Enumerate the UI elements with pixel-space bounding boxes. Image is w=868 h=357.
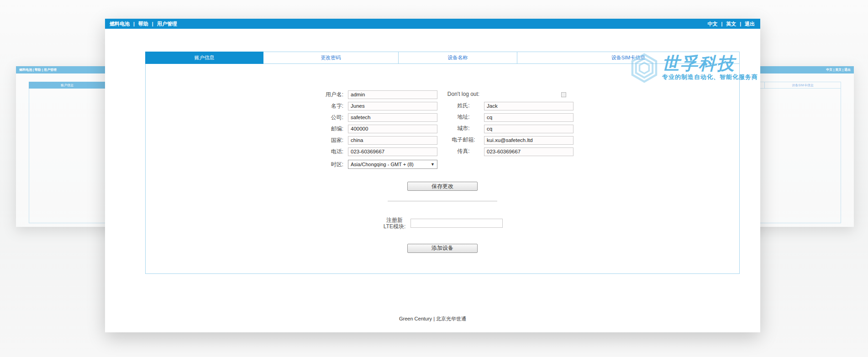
company-label: 公司: [311, 114, 348, 121]
fax-label: 传真: [443, 148, 484, 155]
tab-device-sim-info[interactable]: 设备SIM卡信息 [517, 52, 740, 64]
timezone-label: 时区: [311, 161, 348, 168]
city-input[interactable] [484, 125, 573, 133]
dont-log-out-label: Don't log out: [443, 91, 484, 98]
main-window: 燃料电池 | 帮助 | 用户管理 中文 | 英文 | 退出 [105, 19, 760, 332]
last-name-input[interactable] [484, 102, 573, 110]
account-info-panel: 用户名: Don't log out: 名字: 姓氏: [145, 64, 740, 274]
first-name-label: 名字: [311, 102, 348, 110]
nav-separator: | [133, 21, 135, 26]
tab-device-name[interactable]: 设备名称 [399, 52, 517, 64]
section-divider [388, 201, 497, 201]
register-lte-label: 注册新LTE模块: [382, 217, 407, 230]
country-label: 国家: [311, 136, 348, 144]
form-row-zip: 邮编: 城市: [311, 124, 573, 133]
form-row-phone: 电话: 传真: [311, 147, 573, 156]
timezone-select[interactable]: Asia/Chongqing - GMT + (8) ▼ [348, 160, 437, 169]
nav-fuel-cell-link[interactable]: 燃料电池 [110, 21, 130, 27]
nav-separator: | [740, 21, 741, 26]
add-device-button[interactable]: 添加设备 [407, 244, 478, 253]
content-area: 世孚科技 专业的制造自动化、智能化服务商 账户信息 更改密码 设备名称 设备SI… [145, 52, 740, 274]
form-row-country: 国家: 电子邮箱: [311, 136, 573, 145]
background-left-navbar-text: 燃料电池 | 帮助 | 用户管理 [19, 68, 57, 72]
first-name-input[interactable] [348, 102, 437, 110]
form-row-timezone: 时区: Asia/Chongqing - GMT + (8) ▼ [311, 160, 573, 169]
form-row-lte: 注册新LTE模块: [146, 217, 739, 230]
form-row-company: 公司: 地址: [311, 113, 573, 122]
desktop: 燃料电池 | 帮助 | 用户管理 中文 | 英文 | 退出 账户信息 燃料电池 … [0, 0, 868, 357]
phone-input[interactable] [348, 147, 437, 156]
tab-bar: 账户信息 更改密码 设备名称 设备SIM卡信息 [145, 52, 740, 64]
nav-lang-english-link[interactable]: 英文 [726, 21, 736, 27]
zip-input[interactable] [348, 125, 437, 133]
form-row-name: 名字: 姓氏: [311, 101, 573, 110]
tab-change-password[interactable]: 更改密码 [263, 52, 399, 64]
nav-separator: | [152, 21, 153, 26]
navbar-right-group: 中文 | 英文 | 退出 [707, 21, 755, 27]
chevron-down-icon: ▼ [431, 162, 435, 167]
email-input[interactable] [484, 136, 573, 145]
city-label: 城市: [443, 126, 484, 132]
dont-log-out-cell [484, 92, 573, 97]
account-form: 用户名: Don't log out: 名字: 姓氏: [311, 90, 573, 169]
zip-label: 邮编: [311, 125, 348, 133]
navbar-left-group: 燃料电池 | 帮助 | 用户管理 [110, 21, 177, 27]
phone-label: 电话: [311, 148, 348, 156]
country-input[interactable] [348, 136, 437, 145]
nav-user-management-link[interactable]: 用户管理 [157, 21, 177, 27]
address-input[interactable] [484, 113, 573, 122]
register-lte-input[interactable] [410, 219, 503, 228]
email-label: 电子邮箱: [443, 137, 484, 143]
username-label: 用户名: [311, 91, 348, 99]
save-changes-button[interactable]: 保存更改 [407, 182, 478, 191]
top-navbar: 燃料电池 | 帮助 | 用户管理 中文 | 英文 | 退出 [105, 19, 760, 29]
background-left-tab-account: 账户信息 [29, 82, 105, 89]
form-row-username: 用户名: Don't log out: [311, 90, 573, 99]
company-input[interactable] [348, 113, 437, 122]
last-name-label: 姓氏: [443, 103, 484, 109]
background-right-navbar-text: 中文 | 英文 | 退出 [826, 68, 851, 72]
fax-input[interactable] [484, 147, 573, 156]
tab-account-info[interactable]: 账户信息 [145, 52, 263, 64]
address-label: 地址: [443, 114, 484, 121]
footer-text: Green Century | 北京光华世通 [105, 315, 760, 322]
nav-help-link[interactable]: 帮助 [138, 21, 148, 27]
dont-log-out-checkbox[interactable] [561, 92, 566, 97]
nav-logout-link[interactable]: 退出 [745, 21, 755, 27]
background-right-tab-sim: 设备SIM卡信息 [765, 82, 841, 89]
username-input[interactable] [348, 90, 437, 99]
timezone-selected-value: Asia/Chongqing - GMT + (8) [351, 162, 414, 167]
nav-separator: | [721, 21, 722, 26]
nav-lang-chinese-link[interactable]: 中文 [707, 21, 717, 27]
